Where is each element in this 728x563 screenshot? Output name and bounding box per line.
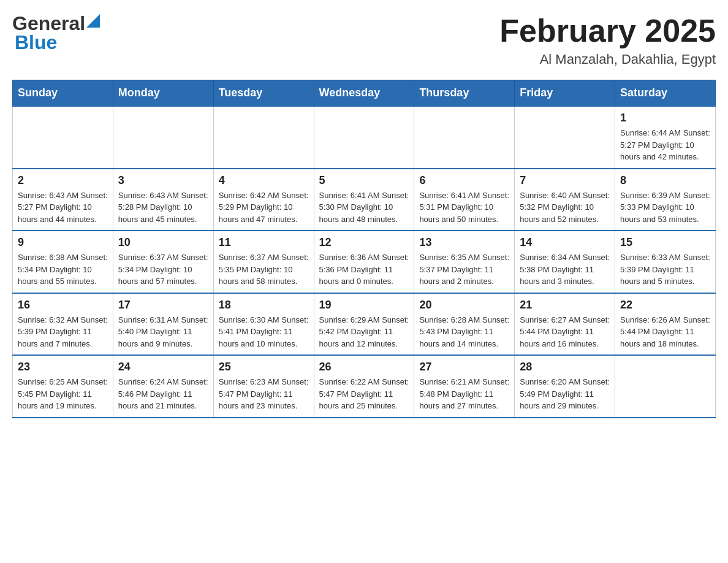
weekday-header-sunday: Sunday <box>13 80 113 107</box>
day-info: Sunrise: 6:29 AM Sunset: 5:42 PM Dayligh… <box>319 314 409 350</box>
calendar-cell: 22Sunrise: 6:26 AM Sunset: 5:44 PM Dayli… <box>615 293 716 356</box>
day-number: 11 <box>219 236 309 249</box>
day-number: 25 <box>219 361 309 373</box>
calendar-cell: 27Sunrise: 6:21 AM Sunset: 5:48 PM Dayli… <box>414 355 515 418</box>
day-info: Sunrise: 6:25 AM Sunset: 5:45 PM Dayligh… <box>18 376 108 412</box>
day-info: Sunrise: 6:28 AM Sunset: 5:43 PM Dayligh… <box>419 314 509 350</box>
day-info: Sunrise: 6:27 AM Sunset: 5:44 PM Dayligh… <box>520 314 610 350</box>
day-number: 19 <box>319 299 409 312</box>
day-number: 13 <box>419 236 509 249</box>
calendar-cell: 20Sunrise: 6:28 AM Sunset: 5:43 PM Dayli… <box>414 293 515 356</box>
calendar-cell <box>314 106 414 169</box>
day-info: Sunrise: 6:34 AM Sunset: 5:38 PM Dayligh… <box>520 251 610 288</box>
day-info: Sunrise: 6:37 AM Sunset: 5:35 PM Dayligh… <box>219 251 309 288</box>
calendar-cell <box>414 106 515 169</box>
day-info: Sunrise: 6:36 AM Sunset: 5:36 PM Dayligh… <box>319 251 409 288</box>
calendar-cell: 28Sunrise: 6:20 AM Sunset: 5:49 PM Dayli… <box>515 355 615 418</box>
weekday-header-wednesday: Wednesday <box>314 80 414 107</box>
day-number: 7 <box>520 174 610 187</box>
calendar-cell: 24Sunrise: 6:24 AM Sunset: 5:46 PM Dayli… <box>113 355 213 418</box>
day-info: Sunrise: 6:42 AM Sunset: 5:29 PM Dayligh… <box>219 190 309 226</box>
day-number: 28 <box>520 361 610 373</box>
day-info: Sunrise: 6:39 AM Sunset: 5:33 PM Dayligh… <box>620 190 710 226</box>
calendar-cell: 2Sunrise: 6:43 AM Sunset: 5:27 PM Daylig… <box>13 169 113 231</box>
day-number: 3 <box>118 174 208 187</box>
day-number: 1 <box>620 112 710 124</box>
weekday-header-monday: Monday <box>113 80 213 107</box>
day-number: 20 <box>419 299 509 312</box>
calendar-cell <box>615 355 716 418</box>
day-info: Sunrise: 6:44 AM Sunset: 5:27 PM Dayligh… <box>620 127 710 163</box>
day-info: Sunrise: 6:23 AM Sunset: 5:47 PM Dayligh… <box>219 376 309 412</box>
day-number: 21 <box>520 299 610 312</box>
day-number: 17 <box>118 299 208 312</box>
month-title: February 2025 <box>499 12 716 49</box>
calendar-table: SundayMondayTuesdayWednesdayThursdayFrid… <box>12 80 716 418</box>
calendar-cell: 16Sunrise: 6:32 AM Sunset: 5:39 PM Dayli… <box>13 293 113 356</box>
calendar-cell: 12Sunrise: 6:36 AM Sunset: 5:36 PM Dayli… <box>314 231 414 293</box>
calendar-cell: 3Sunrise: 6:43 AM Sunset: 5:28 PM Daylig… <box>113 169 213 231</box>
day-number: 14 <box>520 236 610 249</box>
title-section: February 2025 Al Manzalah, Dakahlia, Egy… <box>499 12 716 67</box>
day-number: 27 <box>419 361 509 373</box>
calendar-cell <box>13 106 113 169</box>
day-info: Sunrise: 6:32 AM Sunset: 5:39 PM Dayligh… <box>18 314 108 350</box>
calendar-cell: 9Sunrise: 6:38 AM Sunset: 5:34 PM Daylig… <box>13 231 113 293</box>
calendar-week-row: 1Sunrise: 6:44 AM Sunset: 5:27 PM Daylig… <box>13 106 716 169</box>
weekday-header-tuesday: Tuesday <box>213 80 314 107</box>
day-info: Sunrise: 6:37 AM Sunset: 5:34 PM Dayligh… <box>118 251 208 288</box>
calendar-week-row: 23Sunrise: 6:25 AM Sunset: 5:45 PM Dayli… <box>13 355 716 418</box>
calendar-cell <box>213 106 314 169</box>
day-number: 6 <box>419 174 509 187</box>
day-number: 26 <box>319 361 409 373</box>
day-info: Sunrise: 6:26 AM Sunset: 5:44 PM Dayligh… <box>620 314 710 350</box>
calendar-cell: 10Sunrise: 6:37 AM Sunset: 5:34 PM Dayli… <box>113 231 213 293</box>
day-info: Sunrise: 6:41 AM Sunset: 5:31 PM Dayligh… <box>419 190 509 226</box>
day-number: 15 <box>620 236 710 249</box>
calendar-cell: 25Sunrise: 6:23 AM Sunset: 5:47 PM Dayli… <box>213 355 314 418</box>
day-number: 8 <box>620 174 710 187</box>
day-number: 12 <box>319 236 409 249</box>
day-info: Sunrise: 6:31 AM Sunset: 5:40 PM Dayligh… <box>118 314 208 350</box>
logo-triangle-icon <box>86 14 100 28</box>
weekday-header-thursday: Thursday <box>414 80 515 107</box>
day-info: Sunrise: 6:40 AM Sunset: 5:32 PM Dayligh… <box>520 190 610 226</box>
day-number: 5 <box>319 174 409 187</box>
day-info: Sunrise: 6:33 AM Sunset: 5:39 PM Dayligh… <box>620 251 710 288</box>
day-info: Sunrise: 6:43 AM Sunset: 5:27 PM Dayligh… <box>18 190 108 226</box>
calendar-cell <box>515 106 615 169</box>
calendar-week-row: 16Sunrise: 6:32 AM Sunset: 5:39 PM Dayli… <box>13 293 716 356</box>
weekday-header-row: SundayMondayTuesdayWednesdayThursdayFrid… <box>13 80 716 107</box>
weekday-header-saturday: Saturday <box>615 80 716 107</box>
calendar-cell: 18Sunrise: 6:30 AM Sunset: 5:41 PM Dayli… <box>213 293 314 356</box>
day-info: Sunrise: 6:20 AM Sunset: 5:49 PM Dayligh… <box>520 376 610 412</box>
day-number: 2 <box>18 174 108 187</box>
day-number: 22 <box>620 299 710 312</box>
calendar-week-row: 2Sunrise: 6:43 AM Sunset: 5:27 PM Daylig… <box>13 169 716 231</box>
day-number: 10 <box>118 236 208 249</box>
page-header: General Blue February 2025 Al Manzalah, … <box>12 12 716 67</box>
day-number: 4 <box>219 174 309 187</box>
day-number: 24 <box>118 361 208 373</box>
calendar-cell: 5Sunrise: 6:41 AM Sunset: 5:30 PM Daylig… <box>314 169 414 231</box>
day-info: Sunrise: 6:24 AM Sunset: 5:46 PM Dayligh… <box>118 376 208 412</box>
day-info: Sunrise: 6:21 AM Sunset: 5:48 PM Dayligh… <box>419 376 509 412</box>
day-info: Sunrise: 6:35 AM Sunset: 5:37 PM Dayligh… <box>419 251 509 288</box>
calendar-cell: 17Sunrise: 6:31 AM Sunset: 5:40 PM Dayli… <box>113 293 213 356</box>
day-info: Sunrise: 6:38 AM Sunset: 5:34 PM Dayligh… <box>18 251 108 288</box>
calendar-cell: 8Sunrise: 6:39 AM Sunset: 5:33 PM Daylig… <box>615 169 716 231</box>
calendar-cell: 19Sunrise: 6:29 AM Sunset: 5:42 PM Dayli… <box>314 293 414 356</box>
svg-marker-0 <box>86 14 100 28</box>
day-number: 18 <box>219 299 309 312</box>
calendar-cell <box>113 106 213 169</box>
calendar-cell: 14Sunrise: 6:34 AM Sunset: 5:38 PM Dayli… <box>515 231 615 293</box>
calendar-cell: 6Sunrise: 6:41 AM Sunset: 5:31 PM Daylig… <box>414 169 515 231</box>
calendar-week-row: 9Sunrise: 6:38 AM Sunset: 5:34 PM Daylig… <box>13 231 716 293</box>
calendar-cell: 26Sunrise: 6:22 AM Sunset: 5:47 PM Dayli… <box>314 355 414 418</box>
calendar-cell: 4Sunrise: 6:42 AM Sunset: 5:29 PM Daylig… <box>213 169 314 231</box>
day-info: Sunrise: 6:30 AM Sunset: 5:41 PM Dayligh… <box>219 314 309 350</box>
location: Al Manzalah, Dakahlia, Egypt <box>499 52 716 67</box>
calendar-cell: 11Sunrise: 6:37 AM Sunset: 5:35 PM Dayli… <box>213 231 314 293</box>
weekday-header-friday: Friday <box>515 80 615 107</box>
calendar-cell: 23Sunrise: 6:25 AM Sunset: 5:45 PM Dayli… <box>13 355 113 418</box>
